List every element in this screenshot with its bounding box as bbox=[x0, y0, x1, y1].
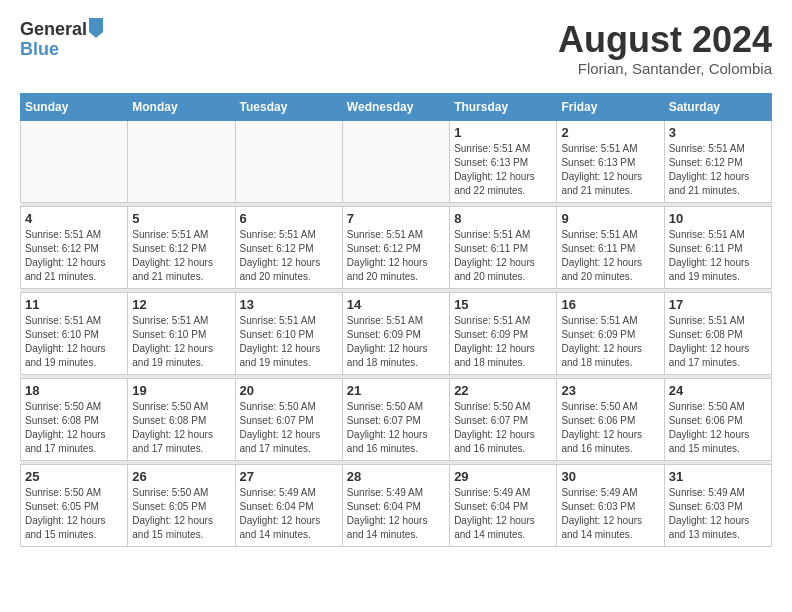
calendar-cell: 14Sunrise: 5:51 AM Sunset: 6:09 PM Dayli… bbox=[342, 292, 449, 374]
calendar-cell: 20Sunrise: 5:50 AM Sunset: 6:07 PM Dayli… bbox=[235, 378, 342, 460]
calendar-cell: 2Sunrise: 5:51 AM Sunset: 6:13 PM Daylig… bbox=[557, 120, 664, 202]
month-year-title: August 2024 bbox=[558, 20, 772, 60]
calendar-cell bbox=[235, 120, 342, 202]
calendar-week-row: 4Sunrise: 5:51 AM Sunset: 6:12 PM Daylig… bbox=[21, 206, 772, 288]
calendar-week-row: 25Sunrise: 5:50 AM Sunset: 6:05 PM Dayli… bbox=[21, 464, 772, 546]
day-info: Sunrise: 5:50 AM Sunset: 6:05 PM Dayligh… bbox=[132, 486, 230, 542]
day-number: 19 bbox=[132, 383, 230, 398]
day-number: 20 bbox=[240, 383, 338, 398]
calendar-cell: 5Sunrise: 5:51 AM Sunset: 6:12 PM Daylig… bbox=[128, 206, 235, 288]
day-number: 11 bbox=[25, 297, 123, 312]
weekday-header-friday: Friday bbox=[557, 93, 664, 120]
day-info: Sunrise: 5:50 AM Sunset: 6:07 PM Dayligh… bbox=[347, 400, 445, 456]
svg-marker-0 bbox=[89, 18, 103, 38]
day-info: Sunrise: 5:50 AM Sunset: 6:06 PM Dayligh… bbox=[561, 400, 659, 456]
day-number: 7 bbox=[347, 211, 445, 226]
day-info: Sunrise: 5:51 AM Sunset: 6:09 PM Dayligh… bbox=[347, 314, 445, 370]
calendar-cell: 21Sunrise: 5:50 AM Sunset: 6:07 PM Dayli… bbox=[342, 378, 449, 460]
day-number: 27 bbox=[240, 469, 338, 484]
day-info: Sunrise: 5:50 AM Sunset: 6:07 PM Dayligh… bbox=[454, 400, 552, 456]
day-number: 18 bbox=[25, 383, 123, 398]
day-info: Sunrise: 5:51 AM Sunset: 6:12 PM Dayligh… bbox=[240, 228, 338, 284]
day-info: Sunrise: 5:51 AM Sunset: 6:10 PM Dayligh… bbox=[25, 314, 123, 370]
day-number: 6 bbox=[240, 211, 338, 226]
calendar-cell: 4Sunrise: 5:51 AM Sunset: 6:12 PM Daylig… bbox=[21, 206, 128, 288]
day-info: Sunrise: 5:50 AM Sunset: 6:07 PM Dayligh… bbox=[240, 400, 338, 456]
day-info: Sunrise: 5:51 AM Sunset: 6:12 PM Dayligh… bbox=[347, 228, 445, 284]
day-info: Sunrise: 5:51 AM Sunset: 6:10 PM Dayligh… bbox=[240, 314, 338, 370]
calendar-week-row: 1Sunrise: 5:51 AM Sunset: 6:13 PM Daylig… bbox=[21, 120, 772, 202]
day-number: 8 bbox=[454, 211, 552, 226]
weekday-header-saturday: Saturday bbox=[664, 93, 771, 120]
calendar-cell: 26Sunrise: 5:50 AM Sunset: 6:05 PM Dayli… bbox=[128, 464, 235, 546]
page-header: General Blue August 2024 Florian, Santan… bbox=[20, 20, 772, 77]
day-info: Sunrise: 5:51 AM Sunset: 6:13 PM Dayligh… bbox=[561, 142, 659, 198]
calendar-week-row: 18Sunrise: 5:50 AM Sunset: 6:08 PM Dayli… bbox=[21, 378, 772, 460]
day-info: Sunrise: 5:51 AM Sunset: 6:12 PM Dayligh… bbox=[25, 228, 123, 284]
calendar-cell: 6Sunrise: 5:51 AM Sunset: 6:12 PM Daylig… bbox=[235, 206, 342, 288]
day-info: Sunrise: 5:51 AM Sunset: 6:11 PM Dayligh… bbox=[454, 228, 552, 284]
calendar-cell bbox=[342, 120, 449, 202]
weekday-header-tuesday: Tuesday bbox=[235, 93, 342, 120]
calendar-cell: 12Sunrise: 5:51 AM Sunset: 6:10 PM Dayli… bbox=[128, 292, 235, 374]
day-info: Sunrise: 5:49 AM Sunset: 6:04 PM Dayligh… bbox=[347, 486, 445, 542]
day-info: Sunrise: 5:51 AM Sunset: 6:09 PM Dayligh… bbox=[454, 314, 552, 370]
day-info: Sunrise: 5:51 AM Sunset: 6:11 PM Dayligh… bbox=[561, 228, 659, 284]
day-number: 31 bbox=[669, 469, 767, 484]
calendar-cell: 29Sunrise: 5:49 AM Sunset: 6:04 PM Dayli… bbox=[450, 464, 557, 546]
calendar-cell: 17Sunrise: 5:51 AM Sunset: 6:08 PM Dayli… bbox=[664, 292, 771, 374]
day-info: Sunrise: 5:51 AM Sunset: 6:11 PM Dayligh… bbox=[669, 228, 767, 284]
weekday-header-sunday: Sunday bbox=[21, 93, 128, 120]
location-subtitle: Florian, Santander, Colombia bbox=[558, 60, 772, 77]
day-info: Sunrise: 5:51 AM Sunset: 6:08 PM Dayligh… bbox=[669, 314, 767, 370]
day-number: 25 bbox=[25, 469, 123, 484]
day-number: 3 bbox=[669, 125, 767, 140]
calendar-cell: 22Sunrise: 5:50 AM Sunset: 6:07 PM Dayli… bbox=[450, 378, 557, 460]
day-number: 28 bbox=[347, 469, 445, 484]
calendar-cell: 3Sunrise: 5:51 AM Sunset: 6:12 PM Daylig… bbox=[664, 120, 771, 202]
day-info: Sunrise: 5:49 AM Sunset: 6:04 PM Dayligh… bbox=[240, 486, 338, 542]
day-number: 9 bbox=[561, 211, 659, 226]
day-info: Sunrise: 5:50 AM Sunset: 6:05 PM Dayligh… bbox=[25, 486, 123, 542]
day-info: Sunrise: 5:51 AM Sunset: 6:10 PM Dayligh… bbox=[132, 314, 230, 370]
calendar-cell: 27Sunrise: 5:49 AM Sunset: 6:04 PM Dayli… bbox=[235, 464, 342, 546]
calendar-cell: 31Sunrise: 5:49 AM Sunset: 6:03 PM Dayli… bbox=[664, 464, 771, 546]
calendar-cell bbox=[128, 120, 235, 202]
calendar-cell: 9Sunrise: 5:51 AM Sunset: 6:11 PM Daylig… bbox=[557, 206, 664, 288]
calendar-cell: 19Sunrise: 5:50 AM Sunset: 6:08 PM Dayli… bbox=[128, 378, 235, 460]
calendar-cell: 8Sunrise: 5:51 AM Sunset: 6:11 PM Daylig… bbox=[450, 206, 557, 288]
calendar-cell: 23Sunrise: 5:50 AM Sunset: 6:06 PM Dayli… bbox=[557, 378, 664, 460]
day-info: Sunrise: 5:49 AM Sunset: 6:03 PM Dayligh… bbox=[561, 486, 659, 542]
day-number: 15 bbox=[454, 297, 552, 312]
day-number: 17 bbox=[669, 297, 767, 312]
day-number: 1 bbox=[454, 125, 552, 140]
calendar-cell: 11Sunrise: 5:51 AM Sunset: 6:10 PM Dayli… bbox=[21, 292, 128, 374]
logo: General Blue bbox=[20, 20, 103, 60]
title-section: August 2024 Florian, Santander, Colombia bbox=[558, 20, 772, 77]
day-info: Sunrise: 5:51 AM Sunset: 6:12 PM Dayligh… bbox=[669, 142, 767, 198]
day-number: 24 bbox=[669, 383, 767, 398]
calendar-cell: 28Sunrise: 5:49 AM Sunset: 6:04 PM Dayli… bbox=[342, 464, 449, 546]
calendar-cell: 25Sunrise: 5:50 AM Sunset: 6:05 PM Dayli… bbox=[21, 464, 128, 546]
weekday-header-thursday: Thursday bbox=[450, 93, 557, 120]
day-number: 12 bbox=[132, 297, 230, 312]
calendar-cell: 15Sunrise: 5:51 AM Sunset: 6:09 PM Dayli… bbox=[450, 292, 557, 374]
day-info: Sunrise: 5:50 AM Sunset: 6:08 PM Dayligh… bbox=[132, 400, 230, 456]
calendar-cell: 10Sunrise: 5:51 AM Sunset: 6:11 PM Dayli… bbox=[664, 206, 771, 288]
day-info: Sunrise: 5:50 AM Sunset: 6:06 PM Dayligh… bbox=[669, 400, 767, 456]
logo-blue: Blue bbox=[20, 40, 103, 60]
day-info: Sunrise: 5:51 AM Sunset: 6:12 PM Dayligh… bbox=[132, 228, 230, 284]
day-number: 2 bbox=[561, 125, 659, 140]
day-number: 22 bbox=[454, 383, 552, 398]
calendar-cell: 30Sunrise: 5:49 AM Sunset: 6:03 PM Dayli… bbox=[557, 464, 664, 546]
day-number: 4 bbox=[25, 211, 123, 226]
day-number: 14 bbox=[347, 297, 445, 312]
day-number: 16 bbox=[561, 297, 659, 312]
day-number: 26 bbox=[132, 469, 230, 484]
weekday-header-row: SundayMondayTuesdayWednesdayThursdayFrid… bbox=[21, 93, 772, 120]
weekday-header-monday: Monday bbox=[128, 93, 235, 120]
calendar-table: SundayMondayTuesdayWednesdayThursdayFrid… bbox=[20, 93, 772, 547]
calendar-cell: 13Sunrise: 5:51 AM Sunset: 6:10 PM Dayli… bbox=[235, 292, 342, 374]
day-number: 5 bbox=[132, 211, 230, 226]
day-number: 13 bbox=[240, 297, 338, 312]
